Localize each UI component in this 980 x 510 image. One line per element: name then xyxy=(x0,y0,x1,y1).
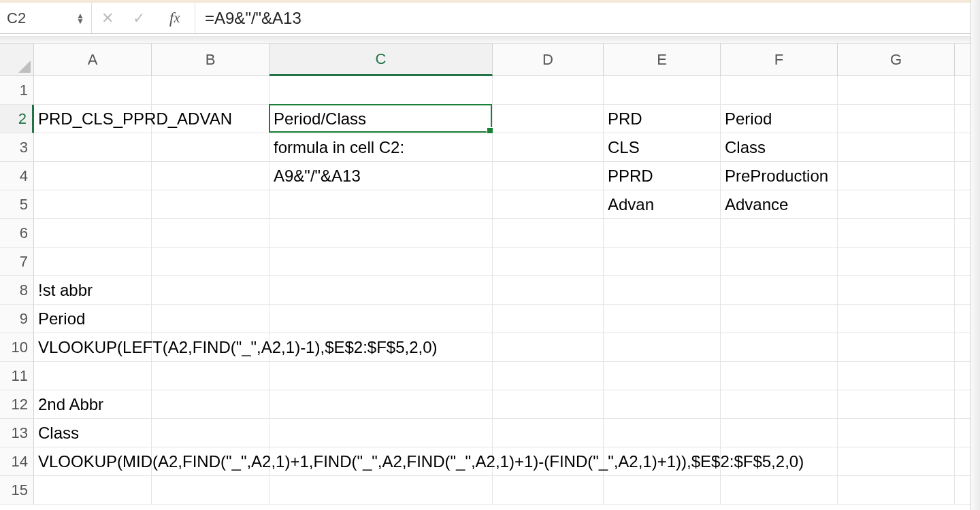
cell-B9[interactable] xyxy=(152,305,270,333)
cell-A9[interactable]: Period xyxy=(34,305,152,333)
cell-G7[interactable] xyxy=(838,248,955,276)
select-all-corner[interactable] xyxy=(0,44,34,76)
cell-G14[interactable] xyxy=(838,447,955,476)
cell-C15[interactable] xyxy=(270,476,493,505)
cell-E6[interactable] xyxy=(604,219,721,248)
cell-B5[interactable] xyxy=(152,190,270,219)
cell-E8[interactable] xyxy=(604,276,721,305)
cell-F10[interactable] xyxy=(721,333,838,362)
row-header-8[interactable]: 8 xyxy=(0,276,34,305)
cell-G5[interactable] xyxy=(838,190,955,219)
column-header-D[interactable]: D xyxy=(493,44,604,76)
spinner-down-icon[interactable]: ▼ xyxy=(76,18,84,24)
cell-F13[interactable] xyxy=(721,419,838,447)
cell-F1[interactable] xyxy=(721,76,838,105)
insert-function-button[interactable]: fx xyxy=(154,3,195,33)
cell-C3[interactable]: formula in cell C2: xyxy=(270,133,493,162)
cell-G11[interactable] xyxy=(838,362,955,390)
cell-B8[interactable] xyxy=(152,276,270,305)
row-header-1[interactable]: 1 xyxy=(0,76,34,105)
cell-G2[interactable] xyxy=(838,105,955,133)
cell-D13[interactable] xyxy=(493,419,604,447)
cell-G12[interactable] xyxy=(838,390,955,419)
row-header-3[interactable]: 3 xyxy=(0,133,34,162)
cell-D2[interactable] xyxy=(493,105,604,133)
cell-G13[interactable] xyxy=(838,419,955,447)
cell-C8[interactable] xyxy=(270,276,493,305)
cell-F4[interactable]: PreProduction xyxy=(721,162,838,190)
cell-E1[interactable] xyxy=(604,76,721,105)
cell-A7[interactable] xyxy=(34,248,152,276)
cell-C9[interactable] xyxy=(270,305,493,333)
cell-C1[interactable] xyxy=(270,76,493,105)
cell-C13[interactable] xyxy=(270,419,493,447)
cell-F9[interactable] xyxy=(721,305,838,333)
cell-C5[interactable] xyxy=(270,190,493,219)
cell-D11[interactable] xyxy=(493,362,604,390)
cell-A4[interactable] xyxy=(34,162,152,190)
cell-B15[interactable] xyxy=(152,476,270,505)
cell-D15[interactable] xyxy=(493,476,604,505)
cell-A3[interactable] xyxy=(34,133,152,162)
cell-E10[interactable] xyxy=(604,333,721,362)
cell-G9[interactable] xyxy=(838,305,955,333)
cell-G10[interactable] xyxy=(838,333,955,362)
row-header-15[interactable]: 15 xyxy=(0,476,34,505)
cell-A11[interactable] xyxy=(34,362,152,390)
cell-C6[interactable] xyxy=(270,219,493,248)
cell-B11[interactable] xyxy=(152,362,270,390)
cell-C11[interactable] xyxy=(270,362,493,390)
cell-A14[interactable]: VLOOKUP(MID(A2,FIND("_",A2,1)+1,FIND("_"… xyxy=(34,447,152,476)
row-header-5[interactable]: 5 xyxy=(0,190,34,219)
column-header-F[interactable]: F xyxy=(721,44,838,76)
name-box[interactable]: C2 ▲ ▼ xyxy=(0,3,92,33)
cell-A6[interactable] xyxy=(34,219,152,248)
cell-D4[interactable] xyxy=(493,162,604,190)
cell-E11[interactable] xyxy=(604,362,721,390)
cell-D5[interactable] xyxy=(493,190,604,219)
row-header-12[interactable]: 12 xyxy=(0,390,34,419)
column-header-C[interactable]: C xyxy=(270,44,493,76)
cell-B4[interactable] xyxy=(152,162,270,190)
cell-C12[interactable] xyxy=(270,390,493,419)
row-header-10[interactable]: 10 xyxy=(0,333,34,362)
cell-A12[interactable]: 2nd Abbr xyxy=(34,390,152,419)
cell-B3[interactable] xyxy=(152,133,270,162)
cell-E12[interactable] xyxy=(604,390,721,419)
cell-E3[interactable]: CLS xyxy=(604,133,721,162)
row-header-7[interactable]: 7 xyxy=(0,248,34,276)
cell-D3[interactable] xyxy=(493,133,604,162)
cell-A15[interactable] xyxy=(34,476,152,505)
cell-F15[interactable] xyxy=(721,476,838,505)
cancel-formula-button[interactable]: ✕ xyxy=(92,3,123,33)
cell-F6[interactable] xyxy=(721,219,838,248)
vertical-scrollbar[interactable] xyxy=(970,0,980,510)
cell-A1[interactable] xyxy=(34,76,152,105)
cell-D6[interactable] xyxy=(493,219,604,248)
cell-F11[interactable] xyxy=(721,362,838,390)
row-header-6[interactable]: 6 xyxy=(0,219,34,248)
row-header-11[interactable]: 11 xyxy=(0,362,34,390)
cell-F5[interactable]: Advance xyxy=(721,190,838,219)
cell-A8[interactable]: !st abbr xyxy=(34,276,152,305)
column-header-G[interactable]: G xyxy=(838,44,955,76)
cell-D7[interactable] xyxy=(493,248,604,276)
column-header-B[interactable]: B xyxy=(152,44,270,76)
cell-F8[interactable] xyxy=(721,276,838,305)
cell-C2[interactable]: Period/Class xyxy=(270,105,493,133)
cell-F2[interactable]: Period xyxy=(721,105,838,133)
cell-C4[interactable]: A9&"/"&A13 xyxy=(270,162,493,190)
cell-B13[interactable] xyxy=(152,419,270,447)
cell-D8[interactable] xyxy=(493,276,604,305)
cell-E13[interactable] xyxy=(604,419,721,447)
cell-G1[interactable] xyxy=(838,76,955,105)
cell-E2[interactable]: PRD xyxy=(604,105,721,133)
cell-G6[interactable] xyxy=(838,219,955,248)
row-header-14[interactable]: 14 xyxy=(0,447,34,476)
cell-B7[interactable] xyxy=(152,248,270,276)
cell-A2[interactable]: PRD_CLS_PPRD_ADVAN xyxy=(34,105,152,133)
cell-E4[interactable]: PPRD xyxy=(604,162,721,190)
enter-formula-button[interactable]: ✓ xyxy=(123,3,154,33)
row-header-4[interactable]: 4 xyxy=(0,162,34,190)
cell-D1[interactable] xyxy=(493,76,604,105)
